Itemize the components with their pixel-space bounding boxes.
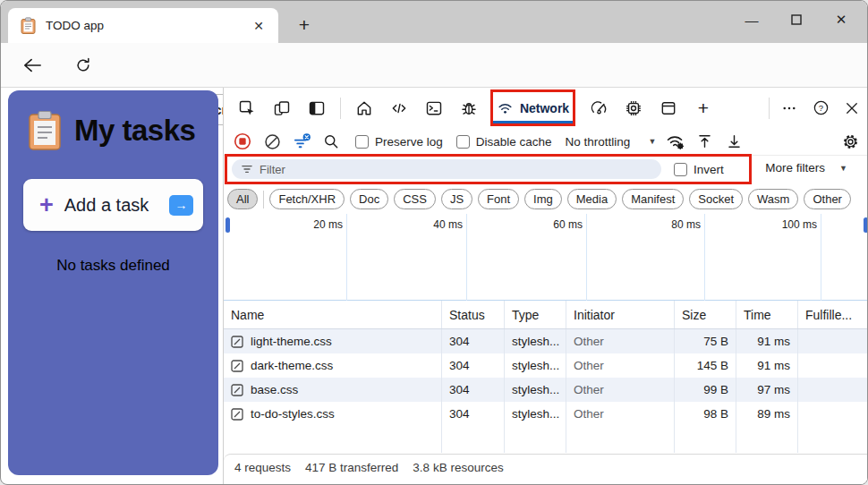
type-filter-fetch-xhr[interactable]: Fetch/XHR: [269, 189, 345, 209]
type-filter-socket[interactable]: Socket: [689, 189, 743, 209]
timeline-overview[interactable]: 20 ms 40 ms 60 ms 80 ms 100 ms: [224, 214, 868, 301]
window-controls: — ✕: [729, 1, 864, 38]
refresh-icon[interactable]: [70, 53, 97, 78]
column-initiator[interactable]: Initiator: [566, 301, 675, 328]
request-size: 75 B: [675, 329, 736, 353]
add-task-label: Add a task: [64, 195, 149, 216]
titlebar: TODO app ✕ + — ✕: [1, 1, 868, 43]
device-emulation-icon[interactable]: [270, 95, 294, 122]
memory-chip-icon[interactable]: [622, 95, 645, 122]
table-filler-row: [224, 426, 868, 453]
column-time[interactable]: Time: [736, 301, 798, 328]
new-tab-button[interactable]: +: [293, 13, 316, 37]
table-row[interactable]: base.css 304 stylesh... Other 99 B 97 ms: [224, 378, 868, 402]
performance-gauge-icon[interactable]: [587, 95, 610, 122]
type-filter-other[interactable]: Other: [804, 189, 851, 209]
request-name: dark-theme.css: [251, 359, 333, 372]
request-size: 99 B: [675, 378, 736, 402]
submit-arrow-icon[interactable]: →: [169, 195, 193, 216]
request-type: stylesh...: [505, 329, 566, 353]
application-panel-icon[interactable]: [657, 95, 680, 122]
browser-tab[interactable]: TODO app ✕: [8, 8, 278, 43]
page-title: My tasks: [74, 114, 195, 148]
preserve-log-group: Preserve log: [355, 135, 443, 149]
annotation-box-filter: Invert: [225, 154, 752, 184]
debugger-bug-icon[interactable]: [457, 95, 481, 122]
request-time: 97 ms: [736, 378, 798, 402]
import-har-icon[interactable]: [694, 131, 715, 152]
type-filter-css[interactable]: CSS: [394, 189, 436, 209]
filter-input[interactable]: [260, 163, 635, 176]
activity-bar-layout-icon[interactable]: [305, 95, 328, 122]
help-icon[interactable]: ?: [809, 95, 832, 122]
invert-checkbox[interactable]: [674, 163, 687, 176]
close-window-icon[interactable]: ✕: [819, 1, 864, 38]
resource-type-filters: All Fetch/XHR Doc CSS JS Font Img Media …: [224, 184, 868, 214]
preserve-log-checkbox[interactable]: [355, 135, 369, 149]
network-settings-gear-icon[interactable]: [839, 131, 861, 152]
network-conditions-icon[interactable]: [664, 131, 685, 152]
column-fulfilled[interactable]: Fulfille...: [798, 301, 868, 328]
request-size: 98 B: [675, 402, 736, 426]
filter-toggle-icon[interactable]: [291, 131, 312, 152]
more-tabs-plus-icon[interactable]: +: [692, 95, 715, 122]
invert-label: Invert: [694, 163, 724, 176]
todo-header: My tasks: [28, 110, 195, 151]
filter-row: Invert More filters ▼: [224, 156, 868, 184]
timeline-gridline: [821, 214, 821, 301]
pill-separator: [263, 191, 264, 208]
export-har-icon[interactable]: [723, 131, 745, 152]
inspect-element-icon[interactable]: [235, 95, 259, 122]
timeline-tick: 20 ms: [248, 218, 343, 231]
back-icon[interactable]: [19, 53, 46, 78]
minimize-icon[interactable]: —: [729, 1, 774, 38]
type-filter-all[interactable]: All: [227, 189, 258, 209]
column-name[interactable]: Name: [224, 301, 442, 328]
throttling-value: No throttling: [566, 135, 631, 149]
request-status: 304: [442, 329, 505, 353]
maximize-icon[interactable]: [774, 1, 819, 38]
filter-input-container[interactable]: [232, 159, 661, 179]
request-initiator: Other: [566, 353, 675, 378]
elements-code-icon[interactable]: [387, 95, 411, 122]
clear-network-log-icon[interactable]: [261, 131, 283, 152]
add-task-button[interactable]: + Add a task →: [23, 179, 203, 231]
type-filter-wasm[interactable]: Wasm: [748, 189, 798, 209]
column-size[interactable]: Size: [675, 301, 736, 328]
tab-network[interactable]: Network: [490, 89, 575, 126]
request-name: light-theme.css: [251, 335, 332, 348]
more-filters-dropdown[interactable]: More filters ▼: [765, 161, 847, 174]
type-filter-img[interactable]: Img: [524, 189, 562, 209]
column-status[interactable]: Status: [442, 301, 505, 328]
type-filter-manifest[interactable]: Manifest: [622, 189, 684, 209]
toolbar-separator: [769, 98, 770, 119]
table-row[interactable]: light-theme.css 304 stylesh... Other 75 …: [224, 329, 868, 353]
disable-cache-checkbox[interactable]: [456, 135, 470, 149]
type-filter-js[interactable]: JS: [441, 189, 472, 209]
table-row[interactable]: to-do-styles.css 304 stylesh... Other 98…: [224, 402, 868, 426]
request-name: to-do-styles.css: [251, 407, 335, 421]
throttling-dropdown[interactable]: No throttling ▼: [566, 135, 657, 149]
request-time: 91 ms: [736, 353, 798, 378]
search-icon[interactable]: [320, 131, 342, 152]
column-type[interactable]: Type: [505, 301, 566, 328]
type-filter-font[interactable]: Font: [478, 189, 519, 209]
record-network-log-icon[interactable]: [232, 131, 253, 152]
customize-devtools-icon[interactable]: [778, 95, 801, 122]
welcome-home-icon[interactable]: [353, 95, 376, 122]
plus-icon: +: [39, 193, 54, 217]
todo-app-panel: My tasks + Add a task → No tasks defined: [8, 90, 218, 475]
close-devtools-icon[interactable]: [840, 95, 864, 122]
timeline-left-handle[interactable]: [226, 217, 230, 233]
summary-transferred: 417 B transferred: [305, 461, 398, 474]
toolbar-separator: [340, 98, 341, 119]
console-icon[interactable]: [422, 95, 446, 122]
timeline-tick: 100 ms: [722, 218, 817, 231]
timeline-right-handle[interactable]: [864, 217, 868, 233]
summary-requests: 4 requests: [234, 461, 291, 474]
tab-close-icon[interactable]: ✕: [248, 15, 269, 37]
table-row[interactable]: dark-theme.css 304 stylesh... Other 145 …: [224, 353, 868, 378]
type-filter-media[interactable]: Media: [567, 189, 617, 209]
timeline-gridline: [466, 214, 467, 301]
type-filter-doc[interactable]: Doc: [350, 189, 388, 209]
